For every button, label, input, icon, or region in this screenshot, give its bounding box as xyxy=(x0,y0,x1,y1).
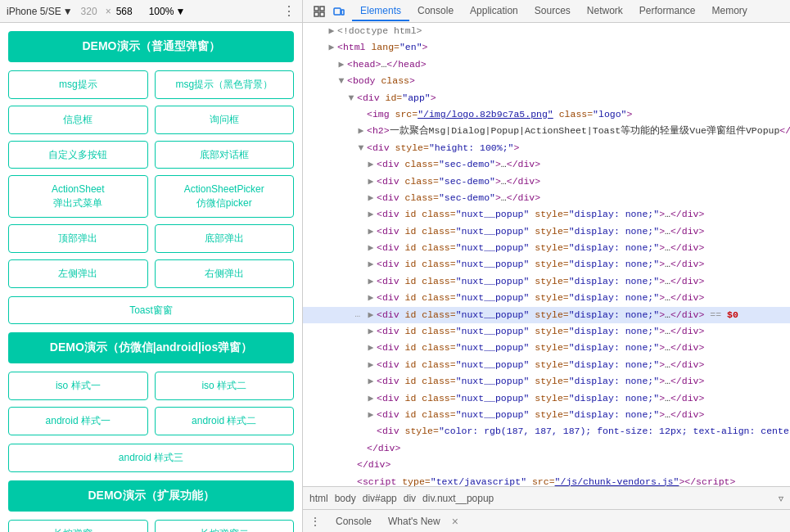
html-line-popup10: ▶ <div id class="nuxt__popup" style="dis… xyxy=(303,373,790,390)
breadcrumb-div[interactable]: div xyxy=(404,493,416,504)
html-line-popup12: ▶ <div id class="nuxt__popup" style="dis… xyxy=(303,407,790,423)
bottom-tab-console[interactable]: Console xyxy=(331,514,377,529)
btn-custom-multi[interactable]: 自定义多按钮 xyxy=(8,141,148,169)
svg-rect-0 xyxy=(314,7,318,11)
html-line-html: ▶ <html lang="en"> xyxy=(303,39,790,56)
html-line-popup7: ▶ <div id class="nuxt__popup" style="dis… xyxy=(303,323,790,340)
html-line-sec2: ▶ <div class="sec-demo">…</div> xyxy=(303,174,790,190)
section-title-extend: DEMO演示（扩展功能） xyxy=(8,480,294,512)
tab-sources[interactable]: Sources xyxy=(526,2,579,21)
html-line-popup8: ▶ <div id class="nuxt__popup" style="dis… xyxy=(303,340,790,356)
tab-elements[interactable]: Elements xyxy=(352,2,409,21)
html-line-popup6: ▶ <div id class="nuxt__popup" style="dis… xyxy=(303,290,790,306)
tab-console[interactable]: Console xyxy=(409,2,462,21)
svg-rect-5 xyxy=(341,10,344,15)
devtools-tab-bar: Elements Console Application Sources Net… xyxy=(303,0,790,23)
devtools-bottom-bar: ⋮ Console What's New × xyxy=(303,509,790,532)
btn-bottom-popup[interactable]: 底部弹出 xyxy=(155,224,295,253)
mobile-content-area: DEMO演示（普通型弹窗） msg提示 msg提示（黑色背景） 信息框 询问框 … xyxy=(0,23,302,532)
dimension-height: 568 xyxy=(116,6,133,17)
tab-memory[interactable]: Memory xyxy=(704,2,756,21)
html-line-popup11: ▶ <div id class="nuxt__popup" style="dis… xyxy=(303,390,790,407)
btn-iso-2[interactable]: iso 样式二 xyxy=(155,372,295,400)
breadcrumb-popup[interactable]: div.nuxt__popup xyxy=(422,493,494,504)
section-title-normal: DEMO演示（普通型弹窗） xyxy=(8,31,294,62)
btn-android-3[interactable]: android 样式三 xyxy=(8,444,294,472)
html-line-img: ▶ <img src="/img/logo.82b9c7a5.png" clas… xyxy=(303,106,790,123)
html-line-popup-active[interactable]: … ▶ <div id class="nuxt__popup" style="d… xyxy=(303,307,790,323)
html-line-divider: ▶ <div style="color: rgb(187, 187, 187);… xyxy=(303,423,790,440)
normal-buttons-grid: msg提示 msg提示（黑色背景） 信息框 询问框 自定义多按钮 底部对话框 A… xyxy=(8,70,294,288)
device-name: iPhone 5/SE xyxy=(7,6,61,17)
svg-rect-1 xyxy=(320,7,324,11)
html-line-close-div1: ▶ </div> xyxy=(303,440,790,457)
btn-iso-1[interactable]: iso 样式一 xyxy=(8,372,148,400)
btn-android-1[interactable]: android 样式一 xyxy=(8,407,148,435)
tab-application[interactable]: Application xyxy=(462,2,526,21)
btn-ask[interactable]: 询问框 xyxy=(155,106,295,134)
btn-action-sheet[interactable]: ActionSheet 弹出式菜单 xyxy=(8,175,148,218)
btn-left-popup[interactable]: 左侧弹出 xyxy=(8,259,148,288)
html-line-head: ▶ <head>…</head> xyxy=(303,56,790,73)
mobile-simulator: iPhone 5/SE ▼ 320 × 568 100% ▼ ⋮ DEMO演示（… xyxy=(0,0,303,532)
html-line-close-div2: ▶ </div> xyxy=(303,457,790,473)
separator-1: 320 xyxy=(81,6,97,17)
btn-msg[interactable]: msg提示 xyxy=(8,70,148,99)
device-selector[interactable]: iPhone 5/SE ▼ xyxy=(7,6,73,17)
html-tree: ▶ <!doctype html> ▶ <html lang="en"> ▶ <… xyxy=(303,23,790,486)
svg-rect-2 xyxy=(314,12,318,16)
tab-performance[interactable]: Performance xyxy=(631,2,704,21)
html-line-h2: ▶ <h2>一款聚合Msg|Dialog|Popup|ActionSheet|T… xyxy=(303,123,790,139)
html-line-script1: ▶ <script type="text/javascript" src="/j… xyxy=(303,474,790,486)
btn-right-popup[interactable]: 右侧弹出 xyxy=(155,259,295,288)
toast-grid: Toast窗窗 xyxy=(8,296,294,325)
html-line-popup5: ▶ <div id class="nuxt__popup" style="dis… xyxy=(303,273,790,290)
html-line-popup4: ▶ <div id class="nuxt__popup" style="dis… xyxy=(303,256,790,273)
html-line-div-style: ▼ <div style="height: 100%;"> xyxy=(303,140,790,156)
bottom-tab-whatsnew[interactable]: What's New xyxy=(383,514,445,529)
btn-longpress-1[interactable]: 长按弹窗一 xyxy=(8,520,148,532)
html-line-div-app: ▼ <div id="app"> xyxy=(303,90,790,106)
breadcrumb-bar: html body div#app div div.nuxt__popup ▿ xyxy=(303,486,790,509)
breadcrumb-app[interactable]: div#app xyxy=(363,493,397,504)
html-line-popup3: ▶ <div id class="nuxt__popup" style="dis… xyxy=(303,240,790,256)
devtools-icon-group xyxy=(306,3,352,20)
dimension-x: × xyxy=(106,6,111,17)
btn-toast[interactable]: Toast窗窗 xyxy=(8,296,294,325)
svg-rect-3 xyxy=(320,12,324,16)
btn-msg-black[interactable]: msg提示（黑色背景） xyxy=(155,70,295,99)
btn-longpress-2[interactable]: 长按弹窗二 xyxy=(155,520,295,532)
breadcrumb-html[interactable]: html xyxy=(309,493,328,504)
device-arrow: ▼ xyxy=(63,6,73,17)
btn-android-2[interactable]: android 样式二 xyxy=(155,407,295,435)
inspect-icon[interactable] xyxy=(311,3,327,20)
zoom-level[interactable]: 100% ▼ xyxy=(149,6,186,17)
btn-top-popup[interactable]: 顶部弹出 xyxy=(8,224,148,253)
cursor-icon: ▿ xyxy=(779,493,783,504)
device-toggle-icon[interactable] xyxy=(331,3,347,20)
simulator-toolbar: iPhone 5/SE ▼ 320 × 568 100% ▼ ⋮ xyxy=(0,0,302,23)
btn-action-sheet-picker[interactable]: ActionSheetPicker 仿微信picker xyxy=(155,175,295,218)
svg-rect-4 xyxy=(334,8,341,15)
btn-bottom-dialog[interactable]: 底部对话框 xyxy=(155,141,295,169)
html-line-doctype: ▶ <!doctype html> xyxy=(303,23,790,39)
android3-grid: android 样式三 xyxy=(8,444,294,472)
wechat-buttons-grid: iso 样式一 iso 样式二 android 样式一 android 样式二 xyxy=(8,372,294,435)
section-title-wechat: DEMO演示（仿微信|android|ios弹窗） xyxy=(8,332,294,363)
devtools-panel: Elements Console Application Sources Net… xyxy=(303,0,790,532)
more-options-icon[interactable]: ⋮ xyxy=(282,3,296,19)
breadcrumb-body[interactable]: body xyxy=(335,493,356,504)
html-line-body: ▼ <body class> xyxy=(303,73,790,89)
extend-buttons-grid: 长按弹窗一 长按弹窗二 xyxy=(8,520,294,532)
html-line-sec3: ▶ <div class="sec-demo">…</div> xyxy=(303,190,790,206)
html-line-popup9: ▶ <div id class="nuxt__popup" style="dis… xyxy=(303,357,790,373)
html-line-sec1: ▶ <div class="sec-demo">…</div> xyxy=(303,156,790,173)
tab-network[interactable]: Network xyxy=(579,2,631,21)
bottom-close-btn[interactable]: × xyxy=(452,515,458,528)
html-line-popup1: ▶ <div id class="nuxt__popup" style="dis… xyxy=(303,206,790,223)
bottom-dots-icon[interactable]: ⋮ xyxy=(309,515,321,528)
btn-info[interactable]: 信息框 xyxy=(8,106,148,134)
html-line-popup2: ▶ <div id class="nuxt__popup" style="dis… xyxy=(303,223,790,240)
